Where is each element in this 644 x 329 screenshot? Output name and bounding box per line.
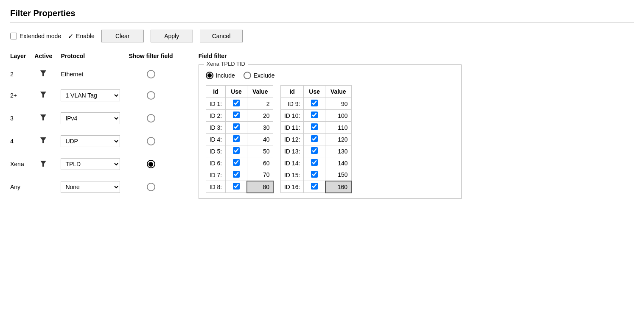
show-filter-cell[interactable] bbox=[129, 84, 181, 107]
clear-button[interactable]: Clear bbox=[101, 30, 144, 42]
col-active: Active bbox=[34, 53, 61, 64]
use-checkbox[interactable] bbox=[233, 159, 240, 166]
page-title: Filter Properties bbox=[10, 8, 634, 18]
use-cell[interactable] bbox=[226, 110, 247, 122]
protocol-select[interactable]: 1 VLAN Tag bbox=[61, 89, 120, 101]
use-checkbox[interactable] bbox=[311, 159, 318, 166]
use-checkbox[interactable] bbox=[311, 135, 318, 142]
extended-mode-checkbox[interactable] bbox=[10, 33, 17, 39]
id-label-cell: ID 15: bbox=[280, 169, 303, 181]
use-checkbox[interactable] bbox=[311, 100, 318, 106]
use-checkbox[interactable] bbox=[311, 112, 318, 118]
use-checkbox[interactable] bbox=[233, 171, 240, 178]
layer-cell: Any bbox=[10, 176, 34, 198]
protocol-select[interactable]: TPLD bbox=[61, 158, 120, 170]
protocol-select[interactable]: None bbox=[61, 181, 120, 193]
show-filter-cell[interactable] bbox=[129, 130, 181, 153]
exclude-radio[interactable] bbox=[244, 72, 251, 79]
use-checkbox[interactable] bbox=[311, 171, 318, 178]
show-radio-empty[interactable] bbox=[147, 70, 155, 78]
use-cell[interactable] bbox=[304, 98, 325, 110]
extended-mode-label[interactable]: Extended mode bbox=[10, 33, 61, 39]
id-row: ID 3:30 bbox=[206, 122, 273, 134]
use-checkbox[interactable] bbox=[233, 147, 240, 154]
use-cell[interactable] bbox=[226, 98, 247, 110]
use-checkbox[interactable] bbox=[233, 183, 240, 190]
id-label-cell: ID 11: bbox=[280, 122, 303, 134]
toolbar: Extended mode ✓ Enable Clear Apply Cance… bbox=[10, 30, 634, 42]
value-cell: 40 bbox=[247, 134, 273, 145]
use-cell[interactable] bbox=[304, 157, 325, 169]
left-col-use: Use bbox=[226, 86, 247, 98]
right-id-table: Id Use Value ID 9:90ID 10:100ID 11:110ID… bbox=[280, 85, 352, 193]
value-cell: 2 bbox=[247, 98, 273, 110]
use-cell[interactable] bbox=[226, 181, 247, 193]
field-filter-section: Field filter Xena TPLD TID Include Exclu… bbox=[199, 53, 462, 199]
id-row: ID 9:90 bbox=[280, 98, 351, 110]
show-radio-empty[interactable] bbox=[147, 137, 155, 145]
use-cell[interactable] bbox=[304, 110, 325, 122]
enable-label[interactable]: ✓ Enable bbox=[68, 32, 95, 40]
check-icon: ✓ bbox=[68, 32, 73, 40]
include-radio[interactable] bbox=[206, 72, 213, 79]
protocol-cell[interactable]: 1 VLAN Tag bbox=[61, 84, 129, 107]
id-row: ID 11:110 bbox=[280, 122, 351, 134]
active-cell bbox=[34, 153, 61, 176]
show-filter-cell[interactable] bbox=[129, 107, 181, 130]
use-cell[interactable] bbox=[304, 134, 325, 145]
table-row: 4 UDP bbox=[10, 130, 182, 153]
protocol-cell[interactable]: UDP bbox=[61, 130, 129, 153]
funnel-icon bbox=[39, 160, 47, 167]
show-radio-empty[interactable] bbox=[147, 183, 155, 191]
include-radio-group[interactable]: Include bbox=[206, 72, 235, 79]
use-checkbox[interactable] bbox=[233, 135, 240, 142]
table-divider bbox=[274, 85, 280, 193]
left-id-table: Id Use Value ID 1:2ID 2:20ID 3:30ID 4:40… bbox=[206, 85, 274, 193]
show-radio-empty[interactable] bbox=[147, 91, 155, 100]
use-cell[interactable] bbox=[226, 145, 247, 157]
cancel-button[interactable]: Cancel bbox=[200, 30, 243, 42]
protocol-cell[interactable]: None bbox=[61, 176, 129, 198]
active-cell bbox=[34, 107, 61, 130]
use-cell[interactable] bbox=[226, 134, 247, 145]
use-cell[interactable] bbox=[304, 145, 325, 157]
use-checkbox[interactable] bbox=[233, 112, 240, 118]
value-cell: 110 bbox=[325, 122, 352, 134]
use-cell[interactable] bbox=[304, 122, 325, 134]
funnel-icon bbox=[39, 114, 47, 121]
id-label-cell: ID 13: bbox=[280, 145, 303, 157]
use-cell[interactable] bbox=[226, 157, 247, 169]
funnel-icon bbox=[39, 70, 47, 77]
protocol-cell[interactable]: IPv4 bbox=[61, 107, 129, 130]
id-label-cell: ID 5: bbox=[206, 145, 226, 157]
svg-marker-0 bbox=[40, 70, 46, 76]
id-table-container: Id Use Value ID 1:2ID 2:20ID 3:30ID 4:40… bbox=[206, 85, 454, 193]
show-filter-cell[interactable] bbox=[129, 176, 181, 198]
protocol-cell[interactable]: TPLD bbox=[61, 153, 129, 176]
left-col-value: Value bbox=[247, 86, 273, 98]
active-cell bbox=[34, 64, 61, 84]
layer-cell: 2 bbox=[10, 64, 34, 84]
use-checkbox[interactable] bbox=[311, 123, 318, 130]
use-cell[interactable] bbox=[226, 122, 247, 134]
use-checkbox[interactable] bbox=[311, 183, 318, 190]
show-filter-cell[interactable] bbox=[129, 153, 181, 176]
use-checkbox[interactable] bbox=[233, 100, 240, 106]
protocol-select[interactable]: IPv4 bbox=[61, 112, 120, 124]
apply-button[interactable]: Apply bbox=[151, 30, 193, 42]
show-filter-cell[interactable] bbox=[129, 64, 181, 84]
table-row: AnyNone bbox=[10, 176, 182, 198]
id-row: ID 10:100 bbox=[280, 110, 351, 122]
show-radio-selected[interactable] bbox=[147, 160, 155, 168]
use-cell[interactable] bbox=[304, 169, 325, 181]
protocol-select[interactable]: UDP bbox=[61, 135, 120, 147]
show-radio-empty[interactable] bbox=[147, 114, 155, 123]
value-cell: 90 bbox=[325, 98, 352, 110]
use-checkbox[interactable] bbox=[311, 147, 318, 154]
exclude-radio-group[interactable]: Exclude bbox=[244, 72, 275, 79]
use-checkbox[interactable] bbox=[233, 123, 240, 130]
table-row: Xena TPLD bbox=[10, 153, 182, 176]
use-cell[interactable] bbox=[304, 181, 325, 193]
id-label-cell: ID 7: bbox=[206, 169, 226, 181]
use-cell[interactable] bbox=[226, 169, 247, 181]
